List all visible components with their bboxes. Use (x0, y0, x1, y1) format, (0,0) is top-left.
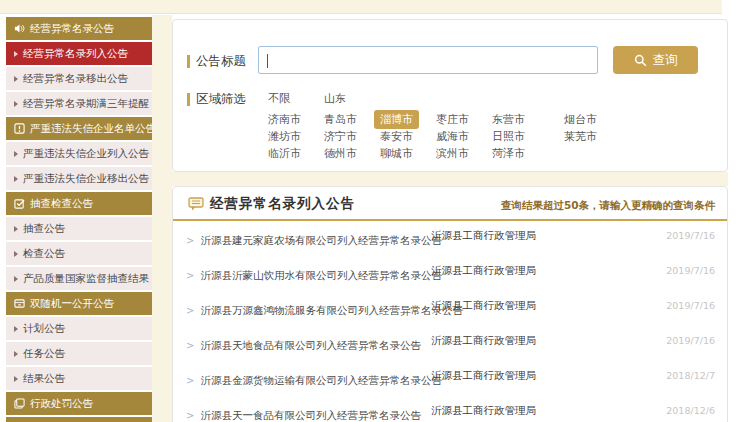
region-option[interactable]: 潍坊市 (268, 129, 301, 144)
sidebar-header-serious-violation[interactable]: 严重违法失信企业名单公告 (6, 117, 152, 140)
sidebar-header-cutoff[interactable] (6, 417, 152, 422)
sidebar-header-double-random[interactable]: 双随机一公开公告 (6, 292, 152, 315)
top-strip (0, 0, 722, 14)
region-option[interactable]: 菏泽市 (492, 146, 525, 161)
sidebar-item-label: 检查公告 (23, 247, 65, 261)
sidebar-item-label: 抽查检查公告 (30, 197, 93, 211)
sidebar-item-label: 严重违法失信企业名单公告 (30, 122, 152, 136)
sidebar-item-plan-announcements[interactable]: 计划公告 (6, 317, 152, 340)
publish-date: 2018/12/6 (666, 405, 715, 416)
triangle-icon (14, 351, 18, 357)
announcement-link[interactable]: >沂源县天一食品有限公司列入经营异常名录公告 (186, 409, 421, 421)
region-option[interactable]: 枣庄市 (436, 112, 469, 127)
sidebar-item-label: 任务公告 (23, 347, 65, 361)
chevron-right-icon: > (186, 340, 194, 351)
sidebar-item-label: 经营异常名录公告 (30, 22, 114, 36)
sidebar-item-label: 行政处罚公告 (30, 397, 93, 411)
sidebar-item-label: 经营异常名录移出公告 (23, 72, 128, 86)
result-count-notice: 查询结果超过50条，请输入更精确的查询条件 (501, 199, 715, 213)
sidebar-item-task-announcements[interactable]: 任务公告 (6, 342, 152, 365)
page-title: 经营异常名录列入公告 (210, 195, 355, 213)
announcement-list: >沂源县建元家庭农场有限公司列入经营异常名录公告 沂源县工商行政管理局 2019… (173, 221, 727, 422)
announcement-link[interactable]: >沂源县万源鑫鸿物流服务有限公司列入经营异常名录公告 (186, 304, 463, 316)
region-option[interactable]: 聊城市 (380, 146, 413, 161)
announcement-title-label: 公告标题 (187, 53, 246, 70)
sidebar-item-abnormal-three-year-reminder[interactable]: 经营异常名录期满三年提醒 (6, 92, 152, 115)
region-option[interactable]: 泰安市 (380, 129, 413, 144)
triangle-icon (14, 326, 18, 332)
publish-date: 2019/7/16 (666, 230, 715, 241)
announcement-link[interactable]: >沂源县建元家庭农场有限公司列入经营异常名录公告 (186, 234, 442, 246)
triangle-icon (14, 276, 18, 282)
issuing-agency: 沂源县工商行政管理局 (431, 404, 536, 418)
announcement-link[interactable]: >沂源县沂蒙山饮用水有限公司列入经营异常名录公告 (186, 269, 442, 281)
sidebar-item-label: 经营异常名录期满三年提醒 (23, 97, 149, 111)
triangle-icon (14, 251, 18, 257)
sidebar-item-label: 经营异常名录列入公告 (23, 47, 128, 61)
sidebar-item-label: 结果公告 (23, 372, 65, 386)
sidebar-item-abnormal-removal[interactable]: 经营异常名录移出公告 (6, 67, 152, 90)
triangle-icon (14, 226, 18, 232)
sidebar-item-label: 计划公告 (23, 322, 65, 336)
sidebar-item-abnormal-inclusion[interactable]: 经营异常名录列入公告 (6, 42, 152, 65)
sidebar-item-inspection-announcements[interactable]: 检查公告 (6, 242, 152, 265)
announcement-title-input[interactable] (259, 47, 597, 73)
region-option-selected[interactable]: 淄博市 (374, 110, 419, 129)
list-header: 经营异常名录列入公告 查询结果超过50条，请输入更精确的查询条件 (173, 187, 727, 219)
sidebar-item-spot-check-announcements[interactable]: 抽查公告 (6, 217, 152, 240)
sidebar-item-violation-removal[interactable]: 严重违法失信企业移出公告 (6, 167, 152, 190)
chevron-right-icon: > (186, 410, 194, 421)
region-option[interactable]: 滨州市 (436, 146, 469, 161)
archive-icon (14, 298, 25, 309)
alert-icon (14, 123, 25, 134)
announcement-link[interactable]: >沂源县金源货物运输有限公司列入经营异常名录公告 (186, 374, 442, 386)
sidebar-item-label: 严重违法失信企业列入公告 (23, 147, 149, 161)
sidebar-item-label: 抽查公告 (23, 222, 65, 236)
triangle-icon (14, 76, 18, 82)
issuing-agency: 沂源县工商行政管理局 (431, 369, 536, 383)
screen: 经营异常名录公告 经营异常名录列入公告 经营异常名录移出公告 经营异常名录期满三… (0, 0, 736, 422)
chevron-right-icon: > (186, 305, 194, 316)
search-icon (634, 54, 647, 67)
issuing-agency: 沂源县工商行政管理局 (431, 334, 536, 348)
region-option[interactable]: 德州市 (324, 146, 357, 161)
issuing-agency: 沂源县工商行政管理局 (431, 299, 536, 313)
region-option[interactable]: 临沂市 (268, 146, 301, 161)
announcement-row: >沂源县金源货物运输有限公司列入经营异常名录公告 沂源县工商行政管理局 2018… (173, 361, 727, 396)
checkbox-icon (14, 198, 25, 209)
background-gap-row (172, 172, 728, 186)
announcement-row: >沂源县沂蒙山饮用水有限公司列入经营异常名录公告 沂源县工商行政管理局 2019… (173, 256, 727, 291)
sidebar-header-abnormal-operations[interactable]: 经营异常名录公告 (6, 17, 152, 40)
announcement-title-input-wrap (258, 46, 598, 74)
gold-bar-icon (187, 55, 190, 68)
region-option[interactable]: 东营市 (492, 112, 525, 127)
sidebar-item-label: 产品质量国家监督抽查结果 (23, 272, 149, 286)
region-option[interactable]: 莱芜市 (564, 129, 597, 144)
region-option-all[interactable]: 不限 (268, 91, 290, 106)
region-option[interactable]: 青岛市 (324, 112, 357, 127)
chevron-right-icon: > (186, 270, 194, 281)
sidebar-item-product-quality-results[interactable]: 产品质量国家监督抽查结果 (6, 267, 152, 290)
region-option-shandong[interactable]: 山东 (324, 91, 346, 106)
query-button[interactable]: 查询 (613, 46, 698, 74)
gold-bar-icon (187, 93, 190, 106)
text-caret (267, 54, 268, 68)
sidebar-item-result-announcements[interactable]: 结果公告 (6, 367, 152, 390)
region-option[interactable]: 烟台市 (564, 112, 597, 127)
region-option[interactable]: 日照市 (492, 129, 525, 144)
announcement-link[interactable]: >沂源县天地食品有限公司列入经营异常名录公告 (186, 339, 421, 351)
publish-date: 2019/7/16 (666, 300, 715, 311)
chevron-right-icon: > (186, 375, 194, 386)
announcement-row: >沂源县天一食品有限公司列入经营异常名录公告 沂源县工商行政管理局 2018/1… (173, 396, 727, 422)
sidebar-header-administrative-penalty[interactable]: 行政处罚公告 (6, 392, 152, 415)
region-option[interactable]: 济宁市 (324, 129, 357, 144)
sidebar-header-spot-check[interactable]: 抽查检查公告 (6, 192, 152, 215)
region-option[interactable]: 威海市 (436, 129, 469, 144)
announcement-row: >沂源县建元家庭农场有限公司列入经营异常名录公告 沂源县工商行政管理局 2019… (173, 221, 727, 256)
sidebar-item-violation-inclusion[interactable]: 严重违法失信企业列入公告 (6, 142, 152, 165)
speaker-icon (14, 23, 25, 34)
comment-icon (188, 197, 204, 216)
announcement-row: >沂源县万源鑫鸿物流服务有限公司列入经营异常名录公告 沂源县工商行政管理局 20… (173, 291, 727, 326)
region-option[interactable]: 济南市 (268, 112, 301, 127)
sidebar-item-label: 严重违法失信企业移出公告 (23, 172, 149, 186)
